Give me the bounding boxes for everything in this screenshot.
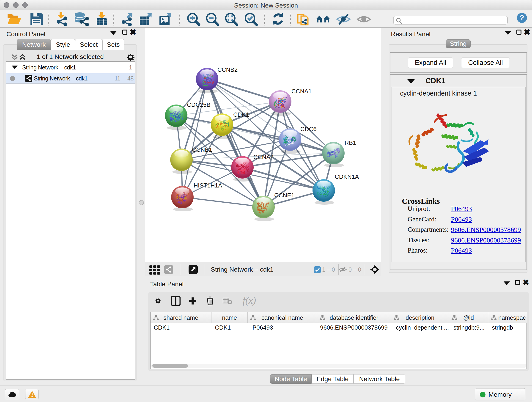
svg-text:CDC25B: CDC25B xyxy=(187,101,210,108)
svg-text:CDKN1A: CDKN1A xyxy=(335,173,359,180)
svg-text:CDC6: CDC6 xyxy=(300,126,317,133)
svg-text:CCNB1: CCNB1 xyxy=(192,146,212,153)
svg-text:CCNB2: CCNB2 xyxy=(217,66,238,73)
svg-text:HIST1H1A: HIST1H1A xyxy=(194,182,222,189)
svg-text:CCNA2: CCNA2 xyxy=(253,153,273,160)
svg-text:?: ? xyxy=(520,13,524,22)
svg-text:CDK1: CDK1 xyxy=(233,111,249,118)
svg-text:CCNA1: CCNA1 xyxy=(291,88,312,95)
svg-text:CCNE1: CCNE1 xyxy=(274,192,294,199)
svg-text:RB1: RB1 xyxy=(345,139,356,146)
